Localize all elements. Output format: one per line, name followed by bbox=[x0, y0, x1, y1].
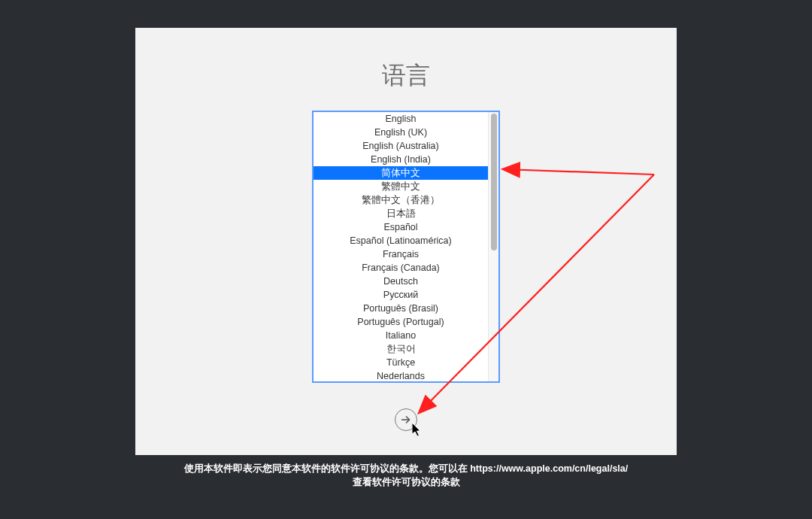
scrollbar-thumb[interactable] bbox=[491, 114, 497, 250]
language-option[interactable]: Türkçe bbox=[314, 356, 488, 369]
language-option[interactable]: Français (Canada) bbox=[314, 261, 488, 275]
language-option[interactable]: Português (Brasil) bbox=[314, 302, 488, 315]
legal-text: 使用本软件即表示您同意本软件的软件许可协议的条款。您可以在 https://ww… bbox=[0, 463, 812, 489]
language-option[interactable]: Français bbox=[314, 247, 488, 261]
page-title: 语言 bbox=[382, 59, 430, 93]
language-listbox[interactable]: EnglishEnglish (UK)English (Australia)En… bbox=[312, 111, 500, 383]
language-option[interactable]: Nederlands bbox=[314, 369, 488, 381]
legal-line2: 查看软件许可协议的条款 bbox=[0, 476, 812, 490]
language-option[interactable]: English bbox=[314, 112, 488, 126]
language-option[interactable]: 繁體中文 bbox=[314, 180, 488, 193]
language-option[interactable]: English (Australia) bbox=[314, 139, 488, 153]
language-option[interactable]: English (India) bbox=[314, 153, 488, 166]
legal-url: https://www.apple.com/cn/legal/sla/ bbox=[470, 463, 628, 474]
language-option[interactable]: 日本語 bbox=[314, 207, 488, 220]
language-option[interactable]: English (UK) bbox=[314, 126, 488, 139]
language-option[interactable]: Español bbox=[314, 220, 488, 234]
legal-prefix: 使用本软件即表示您同意本软件的软件许可协议的条款。您可以在 bbox=[184, 463, 470, 474]
language-option[interactable]: 繁體中文（香港） bbox=[314, 193, 488, 207]
continue-button[interactable] bbox=[395, 408, 417, 431]
setup-window: 语言 EnglishEnglish (UK)English (Australia… bbox=[135, 28, 677, 455]
language-option[interactable]: Italiano bbox=[314, 329, 488, 342]
language-option[interactable]: 简体中文 bbox=[314, 166, 488, 180]
language-option[interactable]: Deutsch bbox=[314, 275, 488, 288]
language-option[interactable]: Português (Portugal) bbox=[314, 315, 488, 329]
language-option[interactable]: Español (Latinoamérica) bbox=[314, 234, 488, 247]
arrow-right-icon bbox=[400, 414, 412, 426]
scrollbar[interactable] bbox=[488, 112, 498, 381]
language-list[interactable]: EnglishEnglish (UK)English (Australia)En… bbox=[314, 112, 488, 381]
language-option[interactable]: Русский bbox=[314, 288, 488, 302]
language-option[interactable]: 한국어 bbox=[314, 342, 488, 356]
